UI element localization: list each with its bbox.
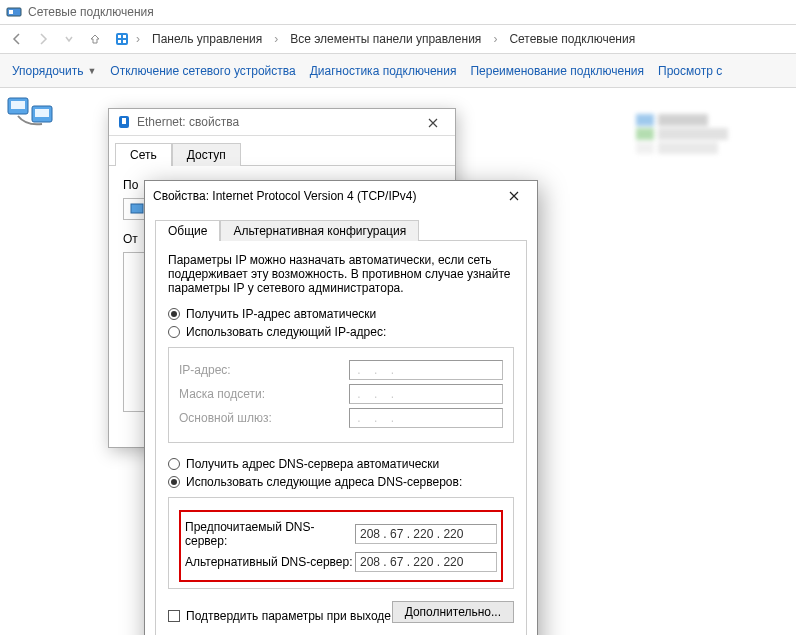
up-button[interactable]: [84, 28, 106, 50]
dns-settings-group: Предпочитаемый DNS-сервер: 208 . 67 . 22…: [168, 497, 514, 589]
cmd-diagnose[interactable]: Диагностика подключения: [310, 64, 457, 78]
radio-icon: [168, 476, 180, 488]
dns-alt-field[interactable]: 208 . 67 . 220 . 220: [355, 552, 497, 572]
radio-icon: [168, 308, 180, 320]
cmd-view[interactable]: Просмотр с: [658, 64, 722, 78]
radio-ip-auto-label: Получить IP-адрес автоматически: [186, 307, 376, 321]
mask-label: Маска подсети:: [179, 387, 349, 401]
svg-rect-13: [131, 204, 143, 213]
dlg1-tab-access[interactable]: Доступ: [172, 143, 241, 166]
chevron-right-icon: ›: [136, 32, 140, 46]
cmd-disable[interactable]: Отключение сетевого устройства: [110, 64, 295, 78]
dns-highlight-box: Предпочитаемый DNS-сервер: 208 . 67 . 22…: [179, 510, 503, 582]
mask-field: . . .: [349, 384, 503, 404]
blurred-item: [636, 112, 756, 156]
cmd-organize[interactable]: Упорядочить ▼: [12, 64, 96, 78]
dlg2-title-text: Свойства: Internet Protocol Version 4 (T…: [153, 189, 416, 203]
dlg2-tab-alt[interactable]: Альтернативная конфигурация: [220, 220, 419, 241]
radio-dns-manual-label: Использовать следующие адреса DNS-сервер…: [186, 475, 462, 489]
advanced-button[interactable]: Дополнительно...: [392, 601, 514, 623]
back-button[interactable]: [6, 28, 28, 50]
dlg2-close-button[interactable]: [499, 187, 529, 205]
ip-settings-group: IP-адрес: . . . Маска подсети: . . . Осн…: [168, 347, 514, 443]
network-icon: [6, 4, 22, 20]
dlg2-titlebar[interactable]: Свойства: Internet Protocol Version 4 (T…: [145, 181, 537, 211]
gateway-field: . . .: [349, 408, 503, 428]
forward-button[interactable]: [32, 28, 54, 50]
cmd-rename[interactable]: Переименование подключения: [470, 64, 644, 78]
ipv4-properties-dialog: Свойства: Internet Protocol Version 4 (T…: [144, 180, 538, 635]
validate-checkbox-row[interactable]: Подтвердить параметры при выходе: [168, 609, 391, 623]
breadcrumb-cpanel[interactable]: Панель управления: [146, 30, 268, 48]
radio-dns-manual[interactable]: Использовать следующие адреса DNS-сервер…: [168, 473, 514, 491]
chevron-right-icon: ›: [274, 32, 278, 46]
chevron-right-icon: ›: [493, 32, 497, 46]
ethernet-icon: [117, 115, 131, 129]
dns-alt-label: Альтернативный DNS-сервер:: [185, 555, 355, 569]
breadcrumb-all-items[interactable]: Все элементы панели управления: [284, 30, 487, 48]
adapter-item[interactable]: [6, 96, 54, 136]
radio-ip-auto[interactable]: Получить IP-адрес автоматически: [168, 305, 514, 323]
svg-rect-8: [11, 101, 25, 109]
command-bar: Упорядочить ▼ Отключение сетевого устрой…: [0, 54, 796, 88]
chevron-down-icon: ▼: [87, 66, 96, 76]
svg-rect-4: [123, 35, 126, 38]
svg-rect-1: [9, 10, 13, 14]
explorer-title-text: Сетевые подключения: [28, 5, 154, 19]
svg-rect-12: [122, 118, 126, 124]
radio-ip-manual-label: Использовать следующий IP-адрес:: [186, 325, 386, 339]
close-icon: [427, 117, 439, 129]
ip-addr-label: IP-адрес:: [179, 363, 349, 377]
radio-ip-manual[interactable]: Использовать следующий IP-адрес:: [168, 323, 514, 341]
dns-pref-field[interactable]: 208 . 67 . 220 . 220: [355, 524, 497, 544]
close-icon: [508, 190, 520, 202]
svg-rect-5: [118, 40, 121, 43]
svg-rect-6: [123, 40, 126, 43]
cmd-organize-label: Упорядочить: [12, 64, 83, 78]
adapter-icon: [6, 96, 54, 136]
dlg1-close-button[interactable]: [417, 113, 449, 133]
validate-label: Подтвердить параметры при выходе: [186, 609, 391, 623]
svg-rect-10: [35, 109, 49, 117]
svg-rect-2: [116, 33, 128, 45]
radio-icon: [168, 458, 180, 470]
dlg2-tab-general[interactable]: Общие: [155, 220, 220, 241]
address-bar: › Панель управления › Все элементы панел…: [0, 24, 796, 54]
radio-dns-auto[interactable]: Получить адрес DNS-сервера автоматически: [168, 455, 514, 473]
history-dropdown[interactable]: [58, 28, 80, 50]
breadcrumb-network-connections[interactable]: Сетевые подключения: [503, 30, 641, 48]
ip-addr-field: . . .: [349, 360, 503, 380]
svg-rect-3: [118, 35, 121, 38]
dlg1-title-text: Ethernet: свойства: [137, 115, 239, 129]
adapter-small-icon: [130, 203, 144, 215]
cpanel-icon: [114, 31, 130, 47]
radio-dns-auto-label: Получить адрес DNS-сервера автоматически: [186, 457, 439, 471]
dlg1-tab-network[interactable]: Сеть: [115, 143, 172, 166]
dns-pref-label: Предпочитаемый DNS-сервер:: [185, 520, 355, 548]
checkbox-icon: [168, 610, 180, 622]
gateway-label: Основной шлюз:: [179, 411, 349, 425]
explorer-title: Сетевые подключения: [0, 0, 796, 24]
dlg2-description: Параметры IP можно назначать автоматичес…: [168, 253, 514, 295]
radio-icon: [168, 326, 180, 338]
dlg1-titlebar[interactable]: Ethernet: свойства: [109, 109, 455, 136]
